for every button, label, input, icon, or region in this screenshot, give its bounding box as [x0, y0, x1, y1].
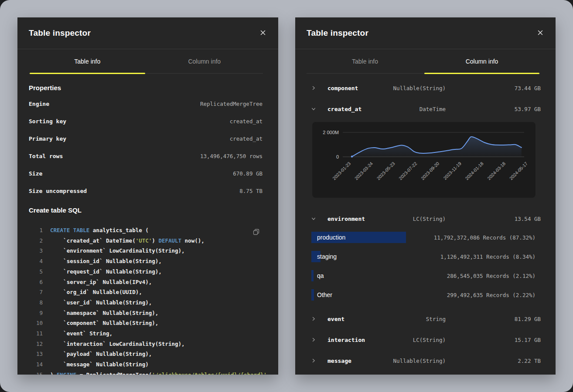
value-record-count: 286,545,035 Records (2.12%) — [447, 273, 541, 279]
tab-table-info[interactable]: Table info — [307, 49, 423, 73]
sql-line-text: `server_ip` Nullable(IPv4), — [50, 277, 152, 287]
create-table-sql-heading: Create table SQL — [29, 206, 263, 214]
value-bar-row-staging: staging 1,126,492,311 Records (8.34%) — [311, 251, 541, 262]
property-row: Sorting key created_at — [29, 112, 263, 130]
property-value: ReplicatedMergeTree — [200, 101, 263, 107]
column-name: interaction — [327, 337, 365, 343]
sql-line-text: `created_at` DateTime('UTC') DEFAULT now… — [50, 236, 205, 246]
svg-text:2023-01-23: 2023-01-23 — [331, 161, 352, 181]
svg-text:2024-03-18: 2024-03-18 — [486, 161, 507, 181]
line-number: 2 — [29, 236, 43, 246]
sql-code-block: 1 CREATE TABLE analytics_table ( 2 `crea… — [29, 225, 263, 375]
property-label: Total rows — [29, 153, 63, 159]
column-type: Nullable(String) — [393, 85, 446, 91]
dialog-header: Table inspector — [295, 17, 556, 49]
column-type: String — [426, 316, 446, 322]
tab-bar: Table infoColumn info — [29, 49, 263, 74]
property-value: 8.75 TB — [239, 188, 263, 194]
property-label: Size uncompressed — [29, 188, 87, 194]
svg-text:2023-09-20: 2023-09-20 — [420, 161, 440, 181]
copy-icon — [253, 230, 260, 237]
sql-line: 15 ) ENGINE = ReplicatedMergeTree('/clic… — [29, 370, 263, 375]
tab-table-info[interactable]: Table info — [29, 49, 146, 73]
column-name: created_at — [327, 106, 362, 112]
column-row-message[interactable]: message Nullable(String) 2.22 TB — [311, 350, 541, 371]
sql-line: 1 CREATE TABLE analytics_table ( — [29, 225, 263, 236]
sql-line: 6 `server_ip` Nullable(IPv4), — [29, 277, 263, 287]
column-row-created-at[interactable]: created_at DateTime 53.97 GB — [311, 98, 541, 119]
column-size: 73.44 GB — [446, 85, 541, 91]
value-record-count: 299,492,635 Records (2.22%) — [447, 292, 541, 298]
value-bar-row-other: Other 299,492,635 Records (2.22%) — [311, 289, 541, 301]
svg-text:2 000M: 2 000M — [323, 130, 339, 135]
close-button[interactable] — [535, 27, 546, 40]
value-record-count: 11,792,372,086 Records (87.32%) — [434, 234, 541, 241]
column-type: LC(String) — [413, 337, 446, 343]
column-type: LC(String) — [413, 216, 446, 222]
property-row: Engine ReplicatedMergeTree — [29, 95, 263, 112]
value-bar-row-qa: qa 286,545,035 Records (2.12%) — [311, 270, 541, 281]
column-distribution-chart-card: 2 000M02023-01-232023-03-242023-05-23202… — [312, 122, 535, 198]
close-icon — [537, 30, 543, 37]
sql-line: 3 `environment` LowCardinality(String), — [29, 246, 263, 256]
tab-bar: Table infoColumn info — [307, 49, 540, 74]
column-list: component Nullable(String) 73.44 GB crea… — [295, 74, 556, 371]
property-label: Sorting key — [29, 118, 66, 125]
properties-list: Engine ReplicatedMergeTree Sorting key c… — [29, 95, 263, 199]
sql-line: 8 `user_id` Nullable(String), — [29, 297, 263, 308]
tab-label: Table info — [352, 58, 378, 65]
sql-line: 2 `created_at` DateTime('UTC') DEFAULT n… — [29, 236, 263, 246]
sql-line-text: `payload` Nullable(String), — [50, 349, 152, 359]
close-button[interactable] — [257, 27, 269, 40]
value-label: Other — [311, 291, 332, 298]
line-number: 4 — [29, 256, 43, 267]
column-size: 13.54 GB — [446, 216, 541, 222]
property-label: Engine — [29, 101, 49, 107]
tab-column-info[interactable]: Column info — [423, 49, 540, 73]
column-row-event[interactable]: event String 81.29 GB — [311, 308, 541, 329]
property-value: created_at — [230, 118, 263, 125]
sql-line-text: `interaction` LowCardinality(String), — [50, 339, 185, 349]
line-number: 10 — [29, 318, 43, 328]
property-row: Size 670.89 GB — [29, 165, 263, 182]
sql-line-text: ) ENGINE = ReplicatedMergeTree('/clickho… — [50, 370, 270, 375]
column-name: environment — [327, 216, 365, 222]
copy-sql-button[interactable] — [251, 227, 262, 239]
chevron-right-icon — [311, 358, 316, 363]
column-type: Nullable(String) — [393, 358, 446, 364]
created-at-area-chart: 2 000M02023-01-232023-03-242023-05-23202… — [312, 122, 535, 198]
chevron-right-icon — [311, 86, 316, 90]
column-size: 81.29 GB — [446, 316, 541, 322]
tab-column-info[interactable]: Column info — [146, 49, 263, 73]
line-number: 12 — [29, 339, 43, 349]
sql-line-text: `session_id` Nullable(String), — [50, 256, 162, 267]
value-label: production — [311, 234, 345, 241]
property-value: 670.89 GB — [233, 170, 263, 177]
column-row-interaction[interactable]: interaction LC(String) 15.17 GB — [311, 329, 541, 350]
dialog-title: Table inspector — [29, 28, 91, 38]
column-row-component[interactable]: component Nullable(String) 73.44 GB — [311, 78, 541, 98]
sql-line: 12 `interaction` LowCardinality(String), — [29, 339, 263, 349]
sql-lines: 1 CREATE TABLE analytics_table ( 2 `crea… — [29, 225, 263, 375]
svg-text:2023-11-19: 2023-11-19 — [442, 161, 462, 181]
column-name: component — [327, 85, 358, 91]
svg-text:2023-07-22: 2023-07-22 — [398, 161, 418, 181]
sql-line: 9 `namespace` Nullable(String), — [29, 308, 263, 318]
property-value: created_at — [230, 135, 263, 142]
property-value: 13,496,476,750 rows — [200, 153, 263, 159]
svg-text:2024-01-18: 2024-01-18 — [464, 161, 484, 181]
column-name: event — [327, 316, 344, 322]
property-row: Size uncompressed 8.75 TB — [29, 182, 263, 199]
sql-line-text: `event` String, — [50, 328, 113, 339]
line-number: 7 — [29, 287, 43, 297]
property-row: Primary key created_at — [29, 130, 263, 147]
line-number: 5 — [29, 267, 43, 277]
property-row: Total rows 13,496,476,750 rows — [29, 147, 263, 165]
column-row-environment[interactable]: environment LC(String) 13.54 GB — [311, 208, 541, 229]
sql-line-text: CREATE TABLE analytics_table ( — [50, 225, 149, 236]
value-bar-row-production: production 11,792,372,086 Records (87.32… — [311, 232, 541, 243]
line-number: 1 — [29, 225, 43, 236]
sql-line-text: `component` Nullable(String), — [50, 318, 158, 328]
svg-text:2023-03-24: 2023-03-24 — [354, 161, 374, 181]
screen-background: Table inspector Table infoColumn info Pr… — [0, 0, 573, 392]
